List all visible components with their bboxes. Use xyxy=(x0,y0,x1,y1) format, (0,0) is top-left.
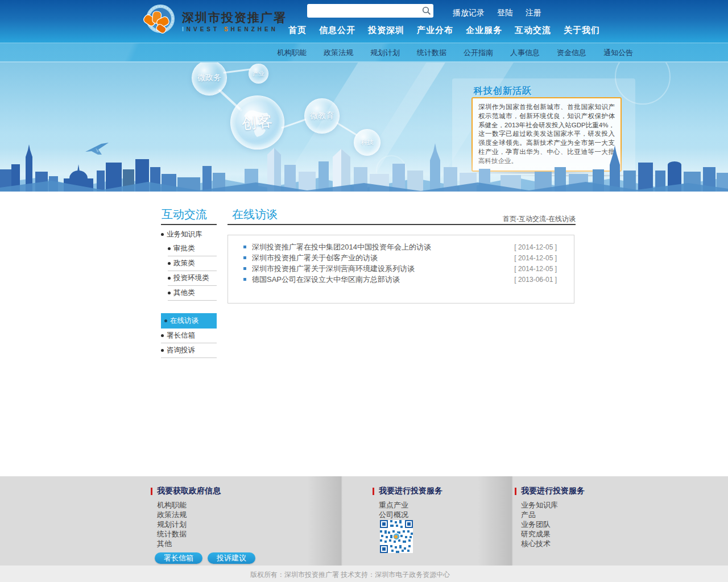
site-logo[interactable]: 深圳市投资推广署 INVEST SHENZHEN xyxy=(143,3,287,39)
sidebar-item-others[interactable]: 其他类 xyxy=(168,286,217,301)
page-title-rule xyxy=(228,224,576,225)
sidebar-item-label: 政策类 xyxy=(173,259,195,268)
main-nav: 首页 信息公开 投资深圳 产业分布 企业服务 互动交流 关于我们 xyxy=(282,23,606,38)
bullet-icon xyxy=(168,247,171,250)
article-list: 深圳投资推广署在投中集团2014中国投资年会上的访谈 2014-12-05 深圳… xyxy=(228,235,574,304)
subtitle-accent-i: I xyxy=(182,26,187,32)
bubble-label: 创客 xyxy=(241,111,274,134)
footer-col-title-text: 我要进行投资服务 xyxy=(379,486,442,496)
sidebar-item-label: 审批类 xyxy=(173,244,195,253)
bubble-industry: 产业 xyxy=(249,64,268,84)
sidebar-title-rule xyxy=(161,224,217,225)
subnav-policies-regulations[interactable]: 政策法规 xyxy=(315,43,362,62)
footer-link-key-industries[interactable]: 重点产业 xyxy=(373,501,442,510)
copyright-bar: 版权所有：深圳市投资推广署 技术支持：深圳市电子政务资源中心 xyxy=(0,566,728,582)
subnav-disclosure-guide[interactable]: 公开指南 xyxy=(455,43,502,62)
footer-col-title: 我要获取政府信息 xyxy=(151,486,221,496)
complaint-suggestion-button[interactable]: 投诉建议 xyxy=(208,552,255,564)
bubble-label: 微教育 xyxy=(310,111,334,121)
sidebar-item-label: 在线访谈 xyxy=(170,316,198,326)
article-link[interactable]: 深圳投资推广署在投中集团2014中国投资年会上的访谈 xyxy=(252,242,514,252)
footer-col-title: 我要进行投资服务 xyxy=(515,486,585,496)
footer-link-policies[interactable]: 政策法规 xyxy=(151,510,221,519)
footer-col-title-text: 我要获取政府信息 xyxy=(157,486,221,496)
article-row: 德国SAP公司在深设立大中华区南方总部访谈 2013-06-01 xyxy=(228,274,574,285)
site-title: 深圳市投资推广署 xyxy=(182,10,287,25)
subnav-funding-info[interactable]: 资金信息 xyxy=(548,43,595,62)
content-area: 互动交流 业务知识库 审批类 政策类 投资环境类 其他类 xyxy=(0,192,728,476)
footer-col-government-info: 我要获取政府信息 机构职能 政策法规 规划计划 统计数据 其他 xyxy=(151,486,221,549)
footer-col-investment-services-1: 我要进行投资服务 重点产业 公司概况 xyxy=(373,486,442,520)
article-row: 深圳投资推广署在投中集团2014中国投资年会上的访谈 2014-12-05 xyxy=(228,242,574,252)
subnav-statistics[interactable]: 统计数据 xyxy=(408,43,455,62)
bullet-icon xyxy=(243,267,246,270)
nav-industry-distribution[interactable]: 产业分布 xyxy=(411,23,460,38)
sidebar-item-investment-env[interactable]: 投资环境类 xyxy=(168,271,217,286)
article-link[interactable]: 德国SAP公司在深设立大中华区南方总部访谈 xyxy=(252,275,514,285)
footer-link-others[interactable]: 其他 xyxy=(151,539,221,548)
qr-code xyxy=(380,520,413,553)
nav-home[interactable]: 首页 xyxy=(282,23,313,38)
sidebar-item-director-mailbox[interactable]: 署长信箱 xyxy=(161,329,217,343)
search-button[interactable] xyxy=(420,4,433,18)
search-box xyxy=(307,4,433,18)
sidebar-title: 互动交流 xyxy=(162,207,207,222)
bullet-icon xyxy=(168,277,171,280)
footer-link-agency-functions[interactable]: 机构职能 xyxy=(151,501,221,510)
bullet-icon xyxy=(164,319,167,322)
search-icon xyxy=(422,6,431,15)
sidebar-item-consult-complaint[interactable]: 咨询投诉 xyxy=(161,343,217,358)
subtitle-accent-s: S xyxy=(224,26,231,32)
breadcrumb[interactable]: 首页-互动交流-在线访谈 xyxy=(503,214,576,224)
page: 深圳市投资推广署 INVEST SHENZHEN 播放记录 登陆 注册 首页 信… xyxy=(0,0,728,582)
subnav-notices[interactable]: 通知公告 xyxy=(595,43,642,62)
sidebar-item-approval[interactable]: 审批类 xyxy=(168,242,217,256)
article-link[interactable]: 深圳市投资推广署关于深圳营商环境建设系列访谈 xyxy=(252,264,514,274)
article-date: 2014-12-05 xyxy=(514,254,557,262)
footer-link-statistics[interactable]: 统计数据 xyxy=(151,530,221,539)
site-header: 深圳市投资推广署 INVEST SHENZHEN 播放记录 登陆 注册 首页 信… xyxy=(0,0,728,43)
logo-emblem-icon xyxy=(143,3,176,39)
footer-link-knowledge-base[interactable]: 业务知识库 xyxy=(515,501,585,510)
page-footer: 我要获取政府信息 机构职能 政策法规 规划计划 统计数据 其他 我要进行投资服务… xyxy=(0,476,728,566)
subtitle-invest: NVEST xyxy=(187,26,220,32)
nav-info-disclosure[interactable]: 信息公开 xyxy=(313,23,362,38)
sidebar-item-knowledge-base[interactable]: 业务知识库 xyxy=(161,227,217,242)
article-link[interactable]: 深圳市投资推广署关于创客产业的访谈 xyxy=(252,253,514,263)
bubble-label: 科技 xyxy=(361,138,374,147)
logo-text-block: 深圳市投资推广署 INVEST SHENZHEN xyxy=(182,10,287,32)
title-marker xyxy=(151,488,152,495)
footer-link-core-tech[interactable]: 核心技术 xyxy=(515,539,585,548)
footer-link-company-profile[interactable]: 公司概况 xyxy=(373,510,442,519)
sidebar-item-online-interview[interactable]: 在线访谈 xyxy=(161,313,217,329)
footer-link-planning[interactable]: 规划计划 xyxy=(151,520,221,529)
subnav-planning[interactable]: 规划计划 xyxy=(362,43,408,62)
subnav-agency-functions[interactable]: 机构职能 xyxy=(268,43,315,62)
bubble-label: 产业 xyxy=(253,70,264,78)
director-mailbox-button[interactable]: 署长信箱 xyxy=(155,552,202,564)
sub-nav: 机构职能 政策法规 规划计划 统计数据 公开指南 人事信息 资金信息 通知公告 xyxy=(0,43,728,63)
bullet-icon xyxy=(243,278,246,281)
hero-banner: 微政务 产业 创客 微教育 科技 科技创新活跃 深圳作为国家首 xyxy=(0,63,728,192)
nav-interactive-exchange[interactable]: 互动交流 xyxy=(508,23,557,38)
article-row: 深圳市投资推广署关于深圳营商环境建设系列访谈 2014-12-05 xyxy=(228,263,574,274)
site-subtitle: INVEST SHENZHEN xyxy=(182,26,287,32)
utility-links: 播放记录 登陆 注册 xyxy=(453,8,541,18)
subnav-personnel-info[interactable]: 人事信息 xyxy=(502,43,548,62)
sidebar-item-label: 署长信箱 xyxy=(167,331,195,340)
footer-col-investment-services-2: 我要进行投资服务 业务知识库 产品 业务团队 研究成果 核心技术 xyxy=(515,486,585,549)
link-play-history[interactable]: 播放记录 xyxy=(453,8,485,18)
link-register[interactable]: 注册 xyxy=(526,8,541,18)
sidebar-item-policy[interactable]: 政策类 xyxy=(168,256,217,271)
nav-invest-shenzhen[interactable]: 投资深圳 xyxy=(362,23,411,38)
footer-link-research[interactable]: 研究成果 xyxy=(515,530,585,539)
page-title: 在线访谈 xyxy=(232,207,278,222)
nav-about-us[interactable]: 关于我们 xyxy=(557,23,606,38)
footer-link-products[interactable]: 产品 xyxy=(515,510,585,519)
search-input[interactable] xyxy=(307,5,420,16)
sidebar-item-label: 投资环境类 xyxy=(173,273,209,283)
article-date: 2013-06-01 xyxy=(514,276,557,284)
link-login[interactable]: 登陆 xyxy=(497,8,513,18)
nav-enterprise-services[interactable]: 企业服务 xyxy=(460,23,508,38)
footer-link-team[interactable]: 业务团队 xyxy=(515,520,585,529)
